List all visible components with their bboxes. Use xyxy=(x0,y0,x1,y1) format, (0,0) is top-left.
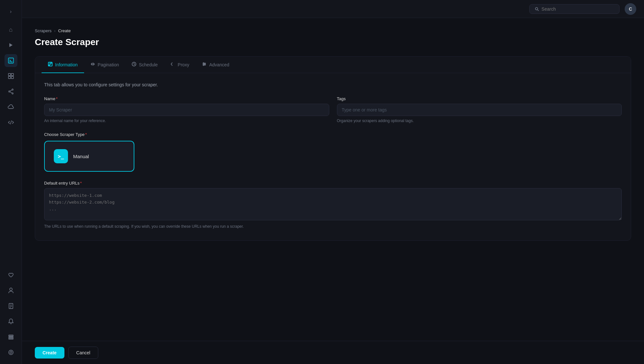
svg-line-10 xyxy=(10,90,12,91)
sidebar-item-cloud[interactable] xyxy=(5,101,17,113)
advanced-tab-icon xyxy=(202,62,207,67)
svg-rect-1 xyxy=(8,58,14,63)
tags-hint: Organize your scrapers adding optional t… xyxy=(337,119,622,123)
breadcrumb: Scrapers › Create xyxy=(35,28,631,33)
sidebar-item-home[interactable]: ⌂ xyxy=(5,23,17,36)
svg-rect-21 xyxy=(9,338,13,339)
cancel-button[interactable]: Cancel xyxy=(68,347,99,359)
url-section: Default entry URLs* The URLs to use when… xyxy=(44,181,622,229)
tab-advanced[interactable]: Advanced xyxy=(196,57,235,73)
scraper-type-label: Choose Scraper Type* xyxy=(44,132,622,137)
sidebar-item-doc[interactable] xyxy=(5,300,17,312)
avatar[interactable]: C xyxy=(625,3,636,15)
sidebar-item-bell[interactable] xyxy=(5,315,17,328)
svg-rect-5 xyxy=(8,76,11,79)
scraper-type-required: * xyxy=(85,132,87,137)
sidebar-item-heart[interactable] xyxy=(5,269,17,282)
form-description: This tab allows you to configure setting… xyxy=(44,82,622,87)
svg-rect-20 xyxy=(9,337,13,338)
name-input[interactable] xyxy=(44,104,329,116)
url-textarea[interactable] xyxy=(44,188,622,220)
svg-point-13 xyxy=(10,288,12,291)
sidebar-item-stack[interactable] xyxy=(5,330,17,343)
name-label: Name* xyxy=(44,96,329,101)
schedule-tab-icon xyxy=(132,62,136,67)
svg-rect-3 xyxy=(8,73,11,76)
proxy-tab-icon xyxy=(171,62,175,67)
svg-line-12 xyxy=(10,120,12,124)
sidebar-item-user[interactable] xyxy=(5,284,17,297)
tab-advanced-label: Advanced xyxy=(209,62,229,67)
breadcrumb-current: Create xyxy=(58,28,71,33)
search-box[interactable] xyxy=(529,4,620,14)
breadcrumb-parent[interactable]: Scrapers xyxy=(35,28,52,33)
tab-information-label: Information xyxy=(55,62,78,67)
svg-point-32 xyxy=(205,64,206,65)
name-required: * xyxy=(56,96,58,101)
tab-pagination-label: Pagination xyxy=(98,62,119,67)
scraper-manual-icon: >_ xyxy=(54,149,68,163)
svg-point-22 xyxy=(9,350,13,355)
tags-label: Tags xyxy=(337,96,622,101)
create-button[interactable]: Create xyxy=(35,347,64,359)
svg-line-25 xyxy=(538,10,539,11)
svg-rect-6 xyxy=(11,76,14,79)
pagination-tab-icon xyxy=(91,62,95,67)
page-title: Create Scraper xyxy=(35,37,631,47)
search-input[interactable] xyxy=(542,6,614,12)
topbar: C xyxy=(22,0,644,18)
information-tab-icon xyxy=(48,62,53,67)
tab-proxy[interactable]: Proxy xyxy=(164,57,196,73)
svg-marker-0 xyxy=(9,43,13,47)
sidebar-item-code[interactable] xyxy=(5,116,17,129)
sidebar-item-share[interactable] xyxy=(5,85,17,98)
scraper-type-manual[interactable]: >_ Manual xyxy=(44,141,134,172)
sidebar: › ⌂ xyxy=(0,0,22,364)
scraper-type-cards: >_ Manual xyxy=(44,141,622,172)
name-hint: An internal name for your reference. xyxy=(44,119,329,123)
search-icon xyxy=(535,7,539,11)
breadcrumb-separator: › xyxy=(54,28,55,33)
create-scraper-card: Information Pagination xyxy=(35,56,631,241)
tab-information[interactable]: Information xyxy=(42,57,84,73)
main-area: C Scrapers › Create Create Scraper xyxy=(22,0,644,364)
tab-bar: Information Pagination xyxy=(35,57,631,73)
url-hint: The URLs to use when running a default s… xyxy=(44,224,622,229)
svg-rect-4 xyxy=(11,73,14,76)
name-tags-row: Name* An internal name for your referenc… xyxy=(44,96,622,123)
svg-point-23 xyxy=(10,351,12,353)
tab-schedule-label: Schedule xyxy=(139,62,158,67)
url-label: Default entry URLs* xyxy=(44,181,622,186)
form-area: This tab allows you to configure setting… xyxy=(35,73,631,240)
scraper-manual-name: Manual xyxy=(73,154,89,159)
tab-proxy-label: Proxy xyxy=(178,62,189,67)
svg-point-33 xyxy=(203,65,204,66)
sidebar-item-radio[interactable] xyxy=(5,346,17,359)
sidebar-toggle[interactable]: › xyxy=(5,5,17,18)
bottom-bar: Create Cancel xyxy=(22,341,644,364)
svg-point-31 xyxy=(203,63,204,64)
svg-line-11 xyxy=(10,92,12,93)
scraper-type-section: Choose Scraper Type* >_ Manual xyxy=(44,132,622,172)
sidebar-item-scraper[interactable] xyxy=(5,54,17,67)
tab-pagination[interactable]: Pagination xyxy=(84,57,125,73)
name-group: Name* An internal name for your referenc… xyxy=(44,96,329,123)
tab-schedule[interactable]: Schedule xyxy=(125,57,164,73)
svg-rect-19 xyxy=(9,335,13,336)
sidebar-item-grid[interactable] xyxy=(5,70,17,82)
tags-group: Tags Organize your scrapers adding optio… xyxy=(337,96,622,123)
tags-input[interactable] xyxy=(337,104,622,116)
content-area: Scrapers › Create Create Scraper xyxy=(22,18,644,364)
url-required: * xyxy=(80,181,82,186)
svg-point-24 xyxy=(535,7,538,10)
sidebar-item-play[interactable] xyxy=(5,39,17,52)
